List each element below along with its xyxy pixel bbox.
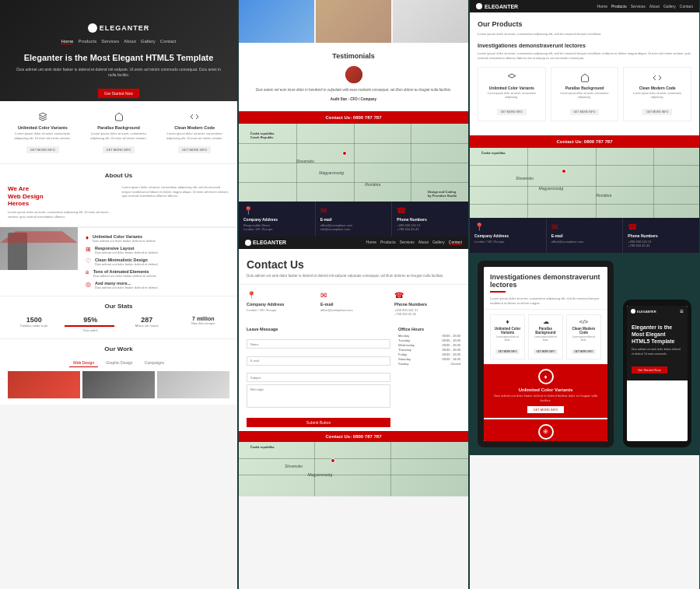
rp-nav-products[interactable]: Products: [611, 4, 627, 9]
mp-cp-header: Contact Us Duis adimet unt amk dolor fas…: [239, 249, 468, 284]
rp-nav-home[interactable]: Home: [597, 4, 607, 9]
mp-nav-contact[interactable]: Contact: [449, 240, 462, 245]
af-item-3: ♡ Clean Minimalistic Design Duis adimet …: [86, 258, 229, 266]
mp-nav-home[interactable]: Home: [366, 240, 376, 245]
work-tab-campaigns[interactable]: Campaigns: [141, 359, 168, 367]
af-icon-3: ♡: [86, 258, 91, 265]
lp-work: Our Work Web Design Graphic Design Campa…: [0, 338, 237, 405]
logo-icon: [88, 23, 97, 33]
mp-nav-products[interactable]: Products: [380, 240, 396, 245]
color-variants-icon: [37, 110, 49, 123]
feature2-btn[interactable]: GET MORE INFO: [103, 146, 135, 153]
left-panel: ELEGANTER Home Products Services About G…: [0, 0, 237, 589]
rp-feat2-btn[interactable]: GET MORE INFO: [570, 109, 600, 115]
hero-title: Eleganter is the Most Elegant HTML5 Temp…: [16, 52, 222, 63]
map-country-sk: Slovensko: [296, 159, 314, 163]
nav-about[interactable]: About: [124, 39, 136, 44]
af-text-2: Duis adimet unt dolor fasker dolend et d…: [95, 251, 159, 254]
af-text-4: Duis adimet unt dolor fasker dolend et d…: [93, 274, 157, 278]
tablet-feat3-btn[interactable]: GET MORE INFO: [572, 349, 597, 354]
stat-4: 7 million Nam liber tempor: [177, 316, 230, 332]
rp-feature-3: Clean Modern Code Lorem ipsum dolor sit …: [623, 67, 691, 121]
rp-feature3-icon: [652, 72, 663, 83]
work-img-1: [8, 371, 80, 398]
mp-nav-gallery[interactable]: Gallery: [432, 240, 445, 245]
products-text: Lorem ipsum dolor sit amet, consectetur …: [478, 32, 691, 37]
rp-feat1-btn[interactable]: GET MORE INFO: [497, 109, 527, 115]
about-left-text: Lorem ipsum dolor sit amet, consectetur …: [8, 210, 116, 219]
work-title: Our Work: [8, 345, 229, 352]
form-submit-button[interactable]: Submit Button: [247, 418, 390, 427]
rp-nav-gallery[interactable]: Gallery: [663, 4, 676, 9]
feature-color: Unlimited Color Variants Lorem ipsum dol…: [8, 110, 78, 154]
tablet-feat2-text: Lorem ipsum dolor sit amet.: [532, 335, 559, 342]
nav-gallery[interactable]: Gallery: [141, 39, 156, 44]
map2-country: Slovensko: [285, 464, 303, 468]
tablet-feat1-btn[interactable]: GET MORE INFO: [495, 349, 520, 354]
hours-thursday: Thursday09:00 - 16:00: [398, 348, 460, 352]
rp-nav-services[interactable]: Services: [631, 4, 646, 9]
tablet-feat-3: </> Clean Modern Code Lorem ipsum dolor …: [566, 314, 601, 359]
mp-cp-map: Česká republika Slovensko Magyarország: [239, 442, 468, 496]
phone-cta-button[interactable]: Get Started Now: [632, 366, 667, 373]
tablet-parallax-section: ⊕ Parallax Background Duis adimet unt do…: [484, 419, 607, 441]
lp-hero: ELEGANTER Home Products Services About G…: [0, 0, 237, 101]
rp-contact-bar: Contact Us: 0800 787 787: [470, 135, 699, 148]
hamburger-icon[interactable]: ≡: [680, 308, 684, 315]
tablet-feat-2: ☁ Parallax Background Lorem ipsum dolor …: [528, 314, 563, 359]
af-icon-4: ≡: [86, 269, 89, 276]
rp-map-label: Česká republika: [481, 151, 506, 155]
rp-email-icon: ✉: [551, 223, 618, 231]
middle-panel: Testimonials Duis autem vel eum iriure d…: [239, 0, 468, 589]
contact-bar-text: Contact Us: 0800 787 787: [325, 115, 381, 120]
rp-phone-icon: ☎: [628, 223, 695, 231]
hero-img-3: [393, 0, 468, 43]
feature1-btn[interactable]: GET MORE INFO: [26, 146, 59, 153]
nav-contact[interactable]: Contact: [160, 39, 177, 44]
af-text-1: Duis adimet unt dolor fasker dolend et d…: [93, 239, 156, 243]
map2-country2: Magyarország: [308, 472, 333, 477]
tablet-feat-1: ♦ Unlimited Color Variants Lorem ipsum d…: [490, 314, 525, 359]
email-text: office@someplace.cominfo@someplace.com: [320, 223, 387, 232]
work-tab-graphic[interactable]: Graphic Design: [102, 359, 136, 367]
mp-nav-about[interactable]: About: [418, 240, 429, 245]
rp-feat3-btn[interactable]: GET MORE INFO: [642, 109, 672, 115]
hours-sunday: SundayClosed: [398, 362, 460, 366]
parallax-icon: [113, 110, 125, 123]
phone-hero-text: Duis adimet unt amk dolor fasker dolend …: [632, 348, 683, 356]
work-tab-webdesign[interactable]: Web Design: [69, 359, 98, 367]
rp-nav-links: Home Products Services About Gallery Con…: [597, 4, 693, 9]
form-email-input[interactable]: [247, 356, 390, 366]
rp-nav-contact[interactable]: Contact: [680, 4, 693, 9]
work-img-2: [82, 371, 155, 398]
tablet-parallax-icon: ⊕: [538, 424, 554, 440]
form-subject-input[interactable]: [247, 373, 390, 382]
phone-text: +208 456 541 51+798 434 45-45: [397, 223, 464, 232]
stat2-num: 95%: [65, 316, 117, 324]
stat-3: 287 Mrbus set noture: [121, 316, 173, 332]
tablet-feat2-btn[interactable]: GET MORE INFO: [534, 349, 558, 354]
about-right-text: Lorem ipsum dolor sit amet, consectetur …: [122, 185, 230, 219]
form-name-input[interactable]: [247, 339, 390, 349]
nav-products[interactable]: Products: [78, 39, 96, 44]
feature3-btn[interactable]: GET MORE INFO: [178, 146, 211, 153]
hours-tuesday: Tuesday09:00 - 16:00: [398, 338, 460, 342]
tablet-investigationes-title: Investigationes demonstraverunt lectores: [490, 273, 601, 289]
form-message-input[interactable]: [247, 384, 390, 408]
hero-cta-button[interactable]: Get Started Now: [98, 89, 139, 98]
nav-services[interactable]: Services: [101, 39, 119, 44]
nav-home[interactable]: Home: [61, 39, 73, 44]
hours-title: Office Hours: [398, 327, 460, 331]
rp-col-phone: ☎ Phone Numbers +208 456-541 51+798 434 …: [623, 218, 699, 253]
tablet-red-btn[interactable]: GET MORE INFO: [527, 406, 565, 413]
mp-cp-nav: ELEGANTER Home Products Services About G…: [239, 237, 468, 249]
stat3-label: Mrbus set noture: [121, 324, 173, 328]
stat4-label: Nam liber tempor: [177, 321, 230, 325]
rp-map-country1: Slovensko: [516, 176, 534, 181]
tablet-red-icon: ♦: [538, 369, 554, 384]
rp-nav-about[interactable]: About: [649, 4, 660, 9]
tablet-device: Investigationes demonstraverunt lectores…: [478, 261, 614, 447]
mp-nav-services[interactable]: Services: [400, 240, 415, 245]
address-text: Responsible StreetLondon, UK / Europe: [243, 223, 310, 232]
cp-phone-title: Phone Numbers: [394, 302, 460, 307]
